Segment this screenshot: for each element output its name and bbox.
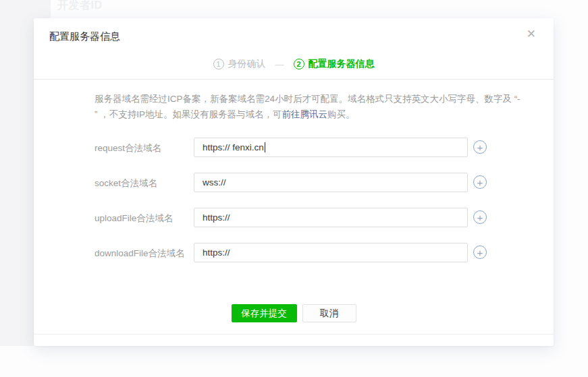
footer-divider xyxy=(34,334,554,335)
uploadfile-domain-input[interactable]: https:// xyxy=(194,208,468,227)
tencent-cloud-link[interactable]: 前往腾讯云 xyxy=(282,109,328,119)
downloadfile-domain-label: downloadFile合法域名 xyxy=(95,248,185,260)
close-icon[interactable]: ✕ xyxy=(527,28,536,40)
description-line2-after-link: 购买。 xyxy=(327,109,355,119)
configure-server-dialog: 配置服务器信息 ✕ 1 身份确认 — 2 配置服务器信息 服务器域名需经过ICP… xyxy=(34,18,554,346)
request-domain-input[interactable]: https:// fenxi.cn xyxy=(194,138,468,157)
save-and-submit-button[interactable]: 保存并提交 xyxy=(232,304,297,322)
dialog-actions: 保存并提交 取消 xyxy=(34,304,554,322)
downloadfile-domain-input[interactable]: https:// xyxy=(194,243,468,262)
uploadfile-domain-label: uploadFile合法域名 xyxy=(95,212,173,225)
step2-number-circle: 2 xyxy=(294,59,304,69)
dialog-title: 配置服务器信息 xyxy=(49,30,120,43)
add-request-domain-plus-icon[interactable]: + xyxy=(473,140,487,154)
step2-label: 配置服务器信息 xyxy=(309,58,375,70)
step-identity-confirm: 1 身份确认 xyxy=(213,58,266,70)
socket-domain-value: wss:// xyxy=(203,177,226,187)
steps-indicator: 1 身份确认 — 2 配置服务器信息 xyxy=(34,58,554,70)
socket-domain-input[interactable]: wss:// xyxy=(194,173,468,192)
description-line1: 服务器域名需经过ICP备案，新备案域名需24小时后才可配置。域名格式只支持英文大… xyxy=(95,94,520,104)
uploadfile-domain-value: https:// xyxy=(203,212,230,223)
description-line2-before-link: ” ，不支持IP地址。如果没有服务器与域名，可 xyxy=(95,109,282,119)
form-row-request-domain: request合法域名 https:// fenxi.cn + xyxy=(34,138,554,157)
add-socket-domain-plus-icon[interactable]: + xyxy=(473,175,487,189)
cancel-button[interactable]: 取消 xyxy=(302,304,356,322)
socket-domain-label: socket合法域名 xyxy=(95,177,157,190)
text-caret xyxy=(265,142,265,152)
step-separator-dash: — xyxy=(275,59,284,69)
form-row-uploadfile-domain: uploadFile合法域名 https:// + xyxy=(34,208,554,227)
domain-rules-description: 服务器域名需经过ICP备案，新备案域名需24小时后才可配置。域名格式只支持英文大… xyxy=(95,91,521,122)
step-configure-server: 2 配置服务器信息 xyxy=(294,58,375,70)
step1-number-circle: 1 xyxy=(213,59,224,69)
header-divider xyxy=(34,79,554,80)
form-row-socket-domain: socket合法域名 wss:// + xyxy=(34,173,554,192)
request-domain-label: request合法域名 xyxy=(95,142,161,154)
add-uploadfile-domain-plus-icon[interactable]: + xyxy=(473,210,487,224)
downloadfile-domain-value: https:// xyxy=(203,248,230,258)
add-downloadfile-domain-plus-icon[interactable]: + xyxy=(473,245,487,259)
request-domain-value: https:// fenxi.cn xyxy=(203,142,264,152)
form-row-downloadfile-domain: downloadFile合法域名 https:// + xyxy=(34,243,554,262)
step1-label: 身份确认 xyxy=(228,58,266,70)
background-page-heading: 开发者ID xyxy=(57,0,103,13)
